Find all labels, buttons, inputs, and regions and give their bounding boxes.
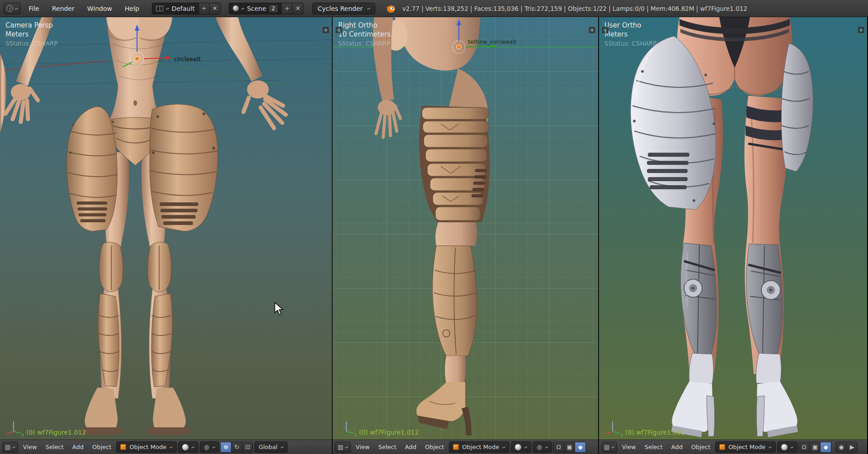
region-expand-icon[interactable]: + [322, 26, 330, 34]
menu-object[interactable]: Object [421, 442, 448, 452]
pivot-icon: ◎ [537, 444, 542, 450]
chevron-updown-icon: ▴▾ [12, 446, 15, 449]
region-expand-icon[interactable]: + [588, 26, 596, 34]
pivot-point-select[interactable]: ◎ ▴▾ [200, 441, 219, 453]
region-expand-icon[interactable]: + [335, 26, 343, 34]
delete-scene-button[interactable]: ✕ [292, 3, 303, 14]
scene-field[interactable]: ▴▾ Scene 2 [229, 3, 282, 14]
editor-type-selector-3d-view[interactable]: ▧ ▴▾ [601, 442, 617, 453]
scale-manipulator-button[interactable]: ⊡ [242, 442, 253, 453]
transform-orientation-select[interactable]: Global ▴▾ [255, 441, 288, 453]
orientation-value: Global [259, 444, 277, 450]
menu-object[interactable]: Object [688, 442, 714, 452]
viewport-3-canvas[interactable]: User Ortho Meters SStatus: CSHARP + + y … [599, 17, 867, 440]
snap-element-button[interactable]: ▣ [809, 442, 821, 453]
delete-screen-layout-button[interactable]: ✕ [210, 3, 221, 14]
shading-sphere-icon [182, 444, 189, 450]
menu-view[interactable]: View [618, 442, 640, 452]
viewport-1-canvas[interactable]: circleealt Camera Persp Meters SStatus: … [0, 17, 332, 440]
viewport-shading-select[interactable]: ▴▾ [511, 441, 532, 453]
menu-add[interactable]: Add [69, 442, 87, 452]
add-screen-layout-button[interactable]: + [199, 3, 210, 14]
editor-type-selector-3d-view[interactable]: ▧ ▴▾ [335, 442, 351, 453]
mode-value: Object Mode [462, 444, 499, 450]
scene-users-count[interactable]: 2 [269, 5, 278, 12]
menu-object[interactable]: Object [89, 442, 115, 452]
mode-select[interactable]: Object Mode ▴▾ [116, 441, 176, 453]
pivot-point-select[interactable]: ◎ ▴▾ [533, 441, 552, 453]
translate-manipulator-button[interactable]: ⊕ [220, 442, 231, 453]
opengl-render-anim-button[interactable]: ▶ [846, 442, 858, 453]
chevron-updown-icon: ▴▾ [281, 446, 284, 449]
gizmo-object-label: tethne_circleealt [468, 38, 517, 45]
mode-select[interactable]: Object Mode ▴▾ [449, 441, 509, 453]
viewport-user-ortho: User Ortho Meters SStatus: CSHARP + + y … [599, 17, 867, 454]
menu-add[interactable]: Add [401, 442, 420, 452]
chevron-updown-icon: ▴▾ [345, 446, 348, 449]
rotate-manipulator-button[interactable]: ↻ [231, 442, 242, 453]
workspace: circleealt Camera Persp Meters SStatus: … [0, 17, 868, 454]
chevron-updown-icon: ▴▾ [170, 446, 173, 449]
chevron-updown-icon: ▴▾ [192, 446, 195, 449]
info-editor-icon: i [6, 5, 13, 12]
menu-add[interactable]: Add [668, 442, 686, 452]
add-scene-button[interactable]: + [282, 3, 292, 14]
region-expand-icon[interactable]: + [601, 26, 609, 34]
viewport-camera-persp: circleealt Camera Persp Meters SStatus: … [0, 17, 333, 454]
chevron-updown-icon: ▴▾ [791, 446, 794, 449]
shading-sphere-icon [515, 444, 521, 450]
chevron-updown-icon: ▴▾ [611, 446, 614, 449]
menu-select[interactable]: Select [375, 442, 400, 452]
viewport-3-3d-art [599, 17, 867, 440]
chevron-updown-icon: ▴▾ [502, 446, 505, 449]
menu-window[interactable]: Window [83, 3, 117, 14]
snap-group: Ω ▣ ◆ [799, 442, 831, 453]
chevron-updown-icon: ▴▾ [545, 446, 548, 449]
viewport-2-canvas[interactable]: tethne_circleealt Right Ortho 10 Centime… [333, 17, 598, 440]
chevron-updown-icon: ▴▾ [241, 7, 245, 10]
menu-file[interactable]: File [24, 3, 44, 14]
snap-element-button[interactable]: ▣ [564, 442, 575, 453]
viewport-editor-icon: ▧ [5, 444, 10, 450]
menu-view[interactable]: View [352, 442, 373, 452]
viewport-editor-icon: ▧ [338, 444, 343, 450]
viewport-right-ortho: tethne_circleealt Right Ortho 10 Centime… [333, 17, 599, 454]
viewport-shading-select[interactable]: ▴▾ [178, 441, 199, 453]
gizmo-object-label: circleealt [174, 56, 201, 62]
opengl-render-group: ◉ ▶ [836, 442, 858, 453]
screen-layout-group: ▴▾ Default + ✕ [152, 3, 221, 14]
scene-group: ▴▾ Scene 2 + ✕ [229, 3, 304, 14]
info-header: i ▴▾ File Render Window Help ▴▾ Default … [0, 0, 868, 17]
shading-sphere-icon [781, 444, 788, 450]
editor-type-selector-3d-view[interactable]: ▧ ▴▾ [2, 442, 18, 453]
snap-group: Ω ▣ ◆ [553, 442, 586, 453]
viewport-1-3d-art: circleealt [0, 17, 332, 440]
menu-select[interactable]: Select [42, 442, 67, 452]
menu-view[interactable]: View [19, 442, 41, 452]
chevron-updown-icon: ▴▾ [524, 446, 528, 449]
screen-layout-icon [156, 6, 163, 11]
menu-help[interactable]: Help [120, 3, 144, 14]
manipulator-toggle-group: ⊕ ↻ ⊡ [221, 442, 253, 453]
chevron-updown-icon: ▴▾ [367, 7, 370, 10]
viewport-3-header: ▧ ▴▾ View Select Add Object Object Mode … [599, 440, 867, 454]
menu-select[interactable]: Select [641, 442, 666, 452]
axis-constraint-button[interactable]: ◆ [575, 442, 586, 453]
viewport-shading-select[interactable]: ▴▾ [777, 441, 798, 453]
opengl-render-still-button[interactable]: ◉ [835, 442, 847, 453]
blender-logo-icon [385, 3, 396, 14]
snap-magnet-button[interactable]: Ω [553, 442, 564, 453]
menu-render[interactable]: Render [47, 3, 79, 14]
viewport-2-header: ▧ ▴▾ View Select Add Object Object Mode … [333, 440, 598, 454]
snap-magnet-button[interactable]: Ω [798, 442, 810, 453]
object-mode-icon [453, 444, 459, 450]
scene-statistics: v2.77 | Verts:138,252 | Faces:135,036 | … [402, 5, 747, 12]
mode-select[interactable]: Object Mode ▴▾ [715, 441, 775, 453]
chevron-updown-icon: ▴▾ [769, 446, 772, 449]
region-expand-icon[interactable]: + [857, 26, 865, 34]
axis-constraint-button[interactable]: ◆ [820, 442, 831, 453]
render-engine-select[interactable]: Cycles Render ▴▾ [312, 3, 375, 14]
editor-type-selector-info[interactable]: i ▴▾ [4, 3, 21, 14]
mode-value: Object Mode [129, 444, 166, 450]
screen-layout-field[interactable]: ▴▾ Default [152, 3, 199, 14]
